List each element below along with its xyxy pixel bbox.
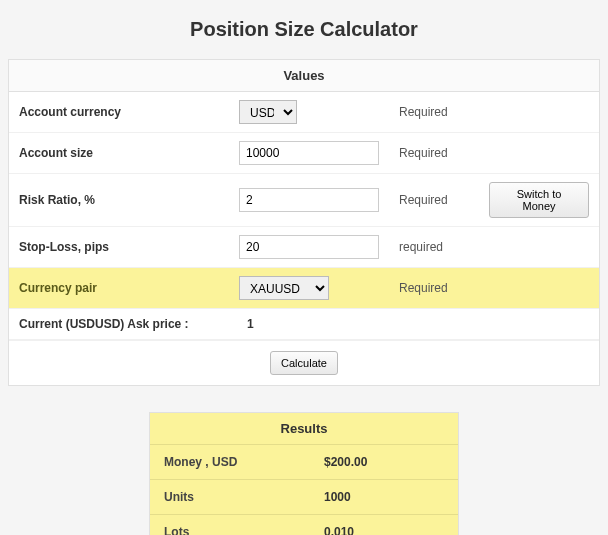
calculate-row: Calculate [9, 340, 599, 385]
label-account-currency: Account currency [19, 105, 239, 119]
required-text: Required [389, 146, 489, 160]
results-row-lots: Lots 0.010 [150, 515, 458, 535]
results-value-money: $200.00 [324, 455, 367, 469]
results-value-units: 1000 [324, 490, 351, 504]
page-title: Position Size Calculator [8, 18, 600, 41]
row-account-currency: Account currency USD Required [9, 92, 599, 133]
row-ask-price: Current (USDUSD) Ask price : 1 [9, 309, 599, 340]
required-text: required [389, 240, 489, 254]
value-ask-price: 1 [239, 317, 389, 331]
switch-to-money-button[interactable]: Switch to Money [489, 182, 589, 218]
results-row-units: Units 1000 [150, 480, 458, 515]
label-currency-pair: Currency pair [19, 281, 239, 295]
label-stop-loss: Stop-Loss, pips [19, 240, 239, 254]
label-account-size: Account size [19, 146, 239, 160]
input-account-size[interactable] [239, 141, 379, 165]
results-panel: Results Money , USD $200.00 Units 1000 L… [149, 412, 459, 535]
results-label-money: Money , USD [164, 455, 324, 469]
select-currency-pair[interactable]: XAUUSD [239, 276, 329, 300]
required-text: Required [389, 281, 489, 295]
required-text: Required [389, 193, 489, 207]
results-header: Results [150, 413, 458, 445]
values-panel: Values Account currency USD Required Acc… [8, 59, 600, 386]
input-stop-loss[interactable] [239, 235, 379, 259]
results-value-lots: 0.010 [324, 525, 354, 535]
row-risk-ratio: Risk Ratio, % Required Switch to Money [9, 174, 599, 227]
input-risk-ratio[interactable] [239, 188, 379, 212]
results-label-lots: Lots [164, 525, 324, 535]
label-ask-price: Current (USDUSD) Ask price : [19, 317, 239, 331]
results-row-money: Money , USD $200.00 [150, 445, 458, 480]
row-stop-loss: Stop-Loss, pips required [9, 227, 599, 268]
required-text: Required [389, 105, 489, 119]
select-account-currency[interactable]: USD [239, 100, 297, 124]
label-risk-ratio: Risk Ratio, % [19, 193, 239, 207]
row-currency-pair: Currency pair XAUUSD Required [9, 268, 599, 309]
row-account-size: Account size Required [9, 133, 599, 174]
results-label-units: Units [164, 490, 324, 504]
calculate-button[interactable]: Calculate [270, 351, 338, 375]
values-header: Values [9, 60, 599, 92]
